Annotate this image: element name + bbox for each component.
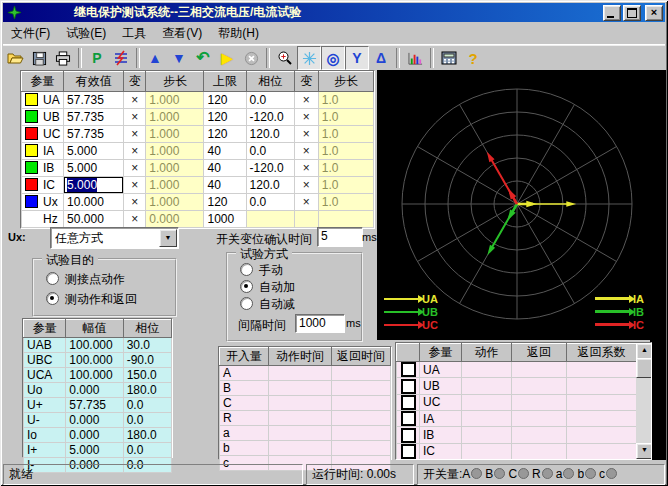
- zoom-button[interactable]: [273, 46, 297, 70]
- checkbox[interactable]: [401, 444, 416, 459]
- menu-test[interactable]: 试验(E): [58, 23, 114, 44]
- vertical-scrollbar[interactable]: ▲ ▼: [636, 343, 651, 459]
- scroll-down-button[interactable]: ▼: [636, 443, 652, 459]
- radio-action-return[interactable]: 测动作和返回: [46, 291, 137, 308]
- radio-icon-selected[interactable]: [240, 280, 253, 293]
- switch-confirm-input[interactable]: 5: [317, 227, 363, 247]
- phase-cell[interactable]: -120.0: [246, 160, 294, 177]
- vary-toggle[interactable]: ×: [294, 92, 318, 109]
- vary-toggle[interactable]: ×: [294, 160, 318, 177]
- delta-button[interactable]: Δ: [369, 46, 393, 70]
- radio-icon[interactable]: [240, 263, 253, 276]
- minimize-button[interactable]: [603, 5, 621, 21]
- save-button[interactable]: [27, 46, 51, 70]
- calculator-button[interactable]: [437, 46, 461, 70]
- value-cell[interactable]: 57.735: [64, 92, 124, 109]
- vary-toggle[interactable]: ×: [124, 211, 146, 228]
- menu-help[interactable]: 帮助(H): [210, 23, 267, 44]
- radio-auto-decrease[interactable]: 自动减: [240, 296, 295, 313]
- step-cell[interactable]: 1.000: [146, 160, 204, 177]
- checkbox[interactable]: [401, 395, 416, 410]
- step-cell[interactable]: 1.000: [146, 109, 204, 126]
- vary-toggle[interactable]: ×: [124, 126, 146, 143]
- p-button[interactable]: P: [85, 46, 109, 70]
- ic-value-editbox[interactable]: 5.000: [64, 177, 123, 193]
- close-button[interactable]: ×: [645, 5, 663, 21]
- menu-tools[interactable]: 工具: [114, 23, 154, 44]
- limit-cell[interactable]: 40: [204, 143, 246, 160]
- limit-cell[interactable]: 40: [204, 177, 246, 194]
- value-cell[interactable]: 57.735: [64, 126, 124, 143]
- bars-button[interactable]: [403, 46, 427, 70]
- limit-cell[interactable]: 120: [204, 109, 246, 126]
- interval-input[interactable]: 1000: [295, 314, 345, 333]
- step-cell[interactable]: 1.000: [146, 143, 204, 160]
- value-cell[interactable]: 10.000: [64, 194, 124, 211]
- value-cell[interactable]: 50.000: [64, 211, 124, 228]
- maximize-button[interactable]: [623, 5, 641, 21]
- step-cell[interactable]: 1.0: [318, 109, 373, 126]
- value-cell[interactable]: 57.735: [64, 109, 124, 126]
- vary-toggle[interactable]: ×: [124, 194, 146, 211]
- limit-cell[interactable]: 40: [204, 160, 246, 177]
- radio-icon[interactable]: [240, 297, 253, 310]
- phase-cell[interactable]: 0.0: [246, 92, 294, 109]
- vary-toggle[interactable]: ×: [124, 177, 146, 194]
- vary-toggle[interactable]: ×: [124, 143, 146, 160]
- lower-button[interactable]: ▼: [167, 46, 191, 70]
- step-cell[interactable]: 1.000: [146, 194, 204, 211]
- vary-toggle[interactable]: ×: [294, 194, 318, 211]
- radio-contact-action[interactable]: 测接点动作: [46, 271, 125, 288]
- checkbox[interactable]: [401, 379, 416, 394]
- vary-toggle[interactable]: ×: [124, 160, 146, 177]
- step-cell[interactable]: 1.000: [146, 177, 204, 194]
- limit-cell[interactable]: 1000: [204, 211, 246, 228]
- print-button[interactable]: [51, 46, 75, 70]
- open-button[interactable]: [3, 46, 27, 70]
- phase-cell[interactable]: 0.0: [246, 143, 294, 160]
- radio-auto-increase[interactable]: 自动加: [240, 279, 295, 296]
- step-cell[interactable]: 1.0: [318, 92, 373, 109]
- step-cell[interactable]: 0.000: [146, 211, 204, 228]
- radio-icon-selected[interactable]: [46, 292, 59, 305]
- checkbox[interactable]: [401, 428, 416, 443]
- fault-button[interactable]: [109, 46, 133, 70]
- scrollbar-thumb[interactable]: [636, 358, 652, 378]
- step-cell[interactable]: 1.0: [318, 177, 373, 194]
- menu-file[interactable]: 文件(F): [3, 23, 58, 44]
- limit-cell[interactable]: 120: [204, 92, 246, 109]
- phase-cell[interactable]: -120.0: [246, 109, 294, 126]
- undo-button[interactable]: ↶: [191, 46, 215, 70]
- step-cell[interactable]: 1.000: [146, 126, 204, 143]
- radio-manual[interactable]: 手动: [240, 262, 283, 279]
- vary-toggle[interactable]: ×: [124, 109, 146, 126]
- start-button[interactable]: ▶: [215, 46, 239, 70]
- value-cell[interactable]: 5.000: [64, 160, 124, 177]
- limit-cell[interactable]: 120: [204, 126, 246, 143]
- stop-button[interactable]: [239, 46, 263, 70]
- chevron-down-icon[interactable]: ▼: [159, 229, 177, 247]
- checkbox[interactable]: [401, 411, 416, 426]
- step-cell[interactable]: 1.000: [146, 92, 204, 109]
- wye-button[interactable]: Y: [345, 46, 369, 70]
- spiral-button[interactable]: ◎: [321, 46, 345, 70]
- vary-toggle[interactable]: ×: [124, 92, 146, 109]
- limit-cell[interactable]: 120: [204, 194, 246, 211]
- help-button[interactable]: ?: [461, 46, 485, 70]
- ux-mode-dropdown[interactable]: 任意方式 ▼: [50, 227, 179, 249]
- scroll-up-button[interactable]: ▲: [636, 343, 652, 359]
- value-cell-editing[interactable]: 5.000: [64, 177, 124, 194]
- menu-view[interactable]: 查看(V): [154, 23, 210, 44]
- raise-button[interactable]: ▲: [143, 46, 167, 70]
- phase-cell[interactable]: 120.0: [246, 126, 294, 143]
- vary-toggle[interactable]: ×: [294, 143, 318, 160]
- axes-button[interactable]: [297, 46, 321, 70]
- step-cell[interactable]: 1.0: [318, 126, 373, 143]
- step-cell[interactable]: 1.0: [318, 194, 373, 211]
- radio-icon[interactable]: [46, 272, 59, 285]
- vary-toggle[interactable]: ×: [294, 126, 318, 143]
- step-cell[interactable]: 1.0: [318, 160, 373, 177]
- value-cell[interactable]: 5.000: [64, 143, 124, 160]
- vary-toggle[interactable]: ×: [294, 177, 318, 194]
- step-cell[interactable]: 1.0: [318, 143, 373, 160]
